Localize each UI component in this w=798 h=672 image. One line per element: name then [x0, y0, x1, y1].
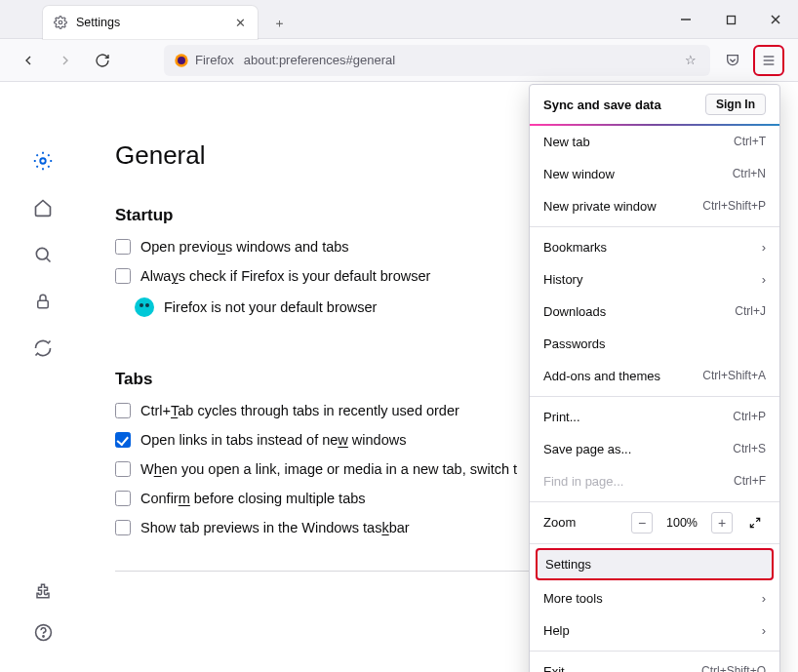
menu-history[interactable]: History› — [530, 263, 779, 296]
sidebar-sync-icon[interactable] — [32, 337, 54, 359]
svg-point-6 — [178, 57, 185, 64]
forward-button[interactable] — [51, 46, 80, 75]
bookmark-star-icon[interactable]: ☆ — [681, 53, 700, 67]
window-controls — [663, 0, 798, 39]
menu-passwords[interactable]: Passwords — [530, 328, 779, 360]
menu-exit[interactable]: ExitCtrl+Shift+Q — [530, 655, 779, 673]
svg-rect-2 — [727, 16, 735, 23]
checkbox[interactable] — [115, 403, 131, 418]
sidebar-search-icon[interactable] — [32, 244, 54, 265]
menu-print[interactable]: Print...Ctrl+P — [530, 401, 779, 433]
toolbar: Firefox about:preferences#general ☆ — [0, 39, 798, 82]
sidebar-help-icon[interactable] — [32, 621, 54, 643]
back-button[interactable] — [14, 46, 43, 75]
zoom-in-button[interactable]: + — [711, 512, 733, 534]
menu-addons[interactable]: Add-ons and themesCtrl+Shift+A — [530, 360, 779, 392]
svg-point-15 — [42, 635, 43, 636]
new-tab-button[interactable]: ＋ — [265, 10, 293, 37]
pocket-button[interactable] — [718, 46, 747, 75]
maximize-button[interactable] — [708, 0, 753, 39]
checkbox[interactable] — [115, 461, 131, 477]
svg-rect-13 — [38, 300, 49, 308]
prefs-sidebar — [0, 82, 86, 672]
sidebar-home-icon[interactable] — [32, 197, 54, 218]
menu-save-page[interactable]: Save page as...Ctrl+S — [530, 433, 779, 465]
menu-sync-row: Sync and save data Sign In — [530, 85, 779, 124]
checkbox[interactable] — [115, 239, 131, 255]
titlebar: Settings ✕ ＋ — [0, 0, 798, 39]
tab-close-icon[interactable]: ✕ — [232, 16, 248, 30]
checkbox[interactable] — [115, 491, 131, 506]
menu-new-private-window[interactable]: New private windowCtrl+Shift+P — [530, 190, 779, 222]
menu-new-window[interactable]: New windowCtrl+N — [530, 158, 779, 190]
firefox-icon — [174, 53, 189, 68]
checkbox[interactable] — [115, 520, 131, 535]
sidebar-extensions-icon[interactable] — [32, 580, 54, 602]
url-text: about:preferences#general — [244, 53, 671, 67]
svg-point-10 — [40, 158, 46, 164]
menu-find-in-page[interactable]: Find in page...Ctrl+F — [530, 465, 779, 497]
url-bar[interactable]: Firefox about:preferences#general ☆ — [164, 45, 710, 76]
menu-zoom-row: Zoom − 100% + — [530, 506, 779, 539]
close-window-button[interactable] — [753, 0, 798, 39]
sad-face-icon — [135, 297, 154, 317]
menu-downloads[interactable]: DownloadsCtrl+J — [530, 296, 779, 328]
browser-tab[interactable]: Settings ✕ — [43, 6, 258, 39]
app-menu-popup: Sync and save data Sign In New tabCtrl+T… — [529, 84, 780, 672]
menu-more-tools[interactable]: More tools› — [530, 582, 779, 614]
chevron-right-icon: › — [762, 591, 766, 606]
sidebar-general-icon[interactable] — [32, 150, 54, 172]
identity-box[interactable]: Firefox — [174, 53, 234, 68]
checkbox[interactable] — [115, 268, 131, 284]
chevron-right-icon: › — [762, 240, 766, 255]
sign-in-button[interactable]: Sign In — [705, 94, 766, 115]
zoom-out-button[interactable]: − — [631, 512, 653, 534]
identity-label: Firefox — [195, 53, 234, 67]
menu-help[interactable]: Help› — [530, 614, 779, 647]
menu-settings[interactable]: Settings — [536, 548, 774, 580]
chevron-right-icon: › — [762, 623, 766, 638]
chevron-right-icon: › — [762, 272, 766, 287]
checkbox-checked[interactable] — [115, 432, 131, 448]
menu-bookmarks[interactable]: Bookmarks› — [530, 231, 779, 263]
svg-point-11 — [36, 248, 48, 259]
tab-title: Settings — [76, 16, 224, 29]
svg-point-0 — [59, 20, 62, 24]
reload-button[interactable] — [88, 46, 117, 75]
settings-icon — [53, 15, 68, 30]
zoom-percent: 100% — [664, 516, 699, 530]
svg-line-12 — [47, 258, 51, 262]
fullscreen-button[interactable] — [744, 512, 766, 534]
sidebar-privacy-icon[interactable] — [32, 291, 54, 312]
menu-new-tab[interactable]: New tabCtrl+T — [530, 126, 779, 158]
minimize-button[interactable] — [663, 0, 708, 39]
app-menu-button[interactable] — [753, 45, 784, 76]
